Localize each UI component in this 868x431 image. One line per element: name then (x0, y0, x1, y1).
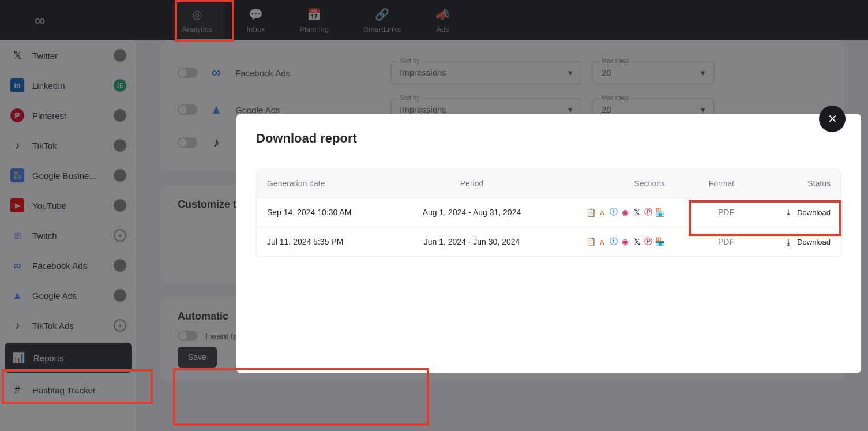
download-button[interactable]: ⭳ Download (734, 238, 831, 246)
modal-title: Download report (256, 131, 841, 146)
gbp-icon: 🏪 (655, 207, 665, 218)
download-label: Download (797, 208, 831, 217)
gbp-icon: 🏪 (655, 237, 665, 247)
rss-icon: እ (597, 237, 607, 247)
download-icon: ⭳ (785, 208, 792, 217)
download-report-modal: Download report Generation date Period S… (236, 114, 861, 373)
cell-period: Jun 1, 2024 - Jun 30, 2024 (394, 237, 550, 246)
rss-icon: እ (597, 207, 607, 218)
col-header-gen: Generation date (267, 179, 394, 188)
instagram-icon: ◉ (620, 207, 630, 218)
download-button[interactable]: ⭳ Download (734, 208, 831, 217)
pinterest-icon: Ⓟ (643, 237, 653, 247)
facebook-icon: ⓕ (608, 237, 619, 247)
cell-sections: 📋 እ ⓕ ◉ 𝕏 Ⓟ 🏪 (550, 207, 665, 218)
cell-gen: Sep 14, 2024 10:30 AM (267, 208, 394, 217)
clipboard-icon: 📋 (585, 207, 596, 218)
table-row: Jul 11, 2024 5:35 PM Jun 1, 2024 - Jun 3… (257, 227, 841, 256)
col-header-status: Status (734, 179, 831, 188)
report-table: Generation date Period Sections Format S… (256, 169, 841, 257)
table-row: Sep 14, 2024 10:30 AM Aug 1, 2024 - Aug … (257, 197, 841, 227)
x-icon: 𝕏 (632, 237, 642, 247)
download-icon: ⭳ (785, 238, 792, 246)
cell-period: Aug 1, 2024 - Aug 31, 2024 (394, 208, 550, 217)
col-header-sections: Sections (550, 179, 665, 188)
instagram-icon: ◉ (620, 237, 630, 247)
col-header-period: Period (394, 179, 550, 188)
facebook-icon: ⓕ (608, 207, 619, 218)
close-button[interactable]: ✕ (819, 106, 846, 132)
pinterest-icon: Ⓟ (643, 207, 653, 218)
x-icon: 𝕏 (632, 207, 642, 218)
cell-format: PDF (665, 208, 734, 217)
table-header: Generation date Period Sections Format S… (257, 170, 841, 197)
cell-format: PDF (665, 237, 734, 246)
col-header-format: Format (665, 179, 734, 188)
clipboard-icon: 📋 (585, 237, 596, 247)
cell-sections: 📋 እ ⓕ ◉ 𝕏 Ⓟ 🏪 (550, 237, 665, 247)
download-label: Download (797, 238, 831, 246)
cell-gen: Jul 11, 2024 5:35 PM (267, 237, 394, 246)
